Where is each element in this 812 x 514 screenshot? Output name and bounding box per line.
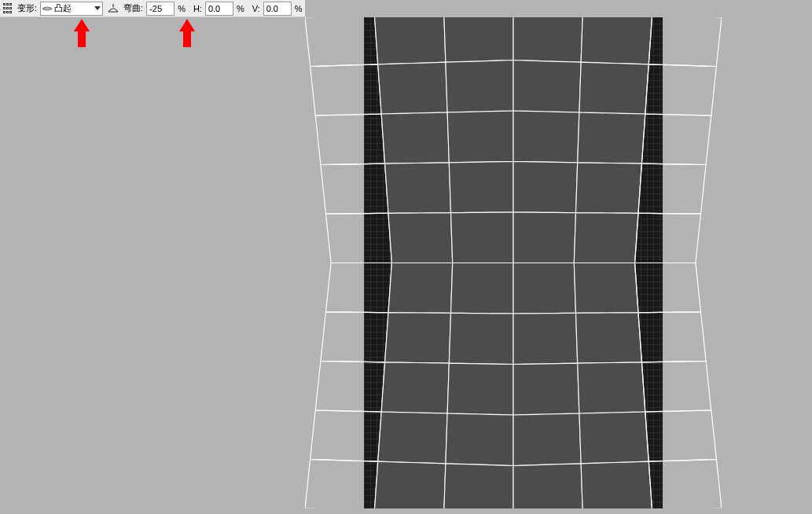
canvas-area[interactable]: .mesh{fill:none;stroke:#fff;stroke-width…	[305, 17, 722, 512]
v-percent-label: %	[295, 4, 303, 13]
bend-percent-label: %	[178, 4, 186, 13]
v-input[interactable]	[263, 2, 292, 16]
warp-mesh-grid[interactable]: .mesh{fill:none;stroke:#fff;stroke-width…	[305, 17, 722, 508]
h-input[interactable]	[205, 2, 233, 16]
annotation-arrow-2	[179, 19, 195, 50]
v-label: V:	[252, 4, 260, 13]
dropdown-selected-text: 凸起	[54, 2, 91, 14]
warp-options-toolbar: 变形: 凸起 弯曲: % H: % V: %	[0, 0, 305, 17]
annotation-arrow-1	[74, 19, 90, 50]
bend-input[interactable]	[146, 2, 175, 16]
chevron-down-icon	[94, 6, 101, 10]
transform-label: 变形:	[17, 2, 37, 14]
bulge-icon	[42, 4, 52, 13]
orientation-toggle-icon[interactable]	[106, 2, 120, 16]
h-label: H:	[193, 4, 202, 13]
transform-dropdown[interactable]: 凸起	[40, 2, 103, 16]
bend-label: 弯曲:	[123, 2, 143, 14]
switch-grid-icon[interactable]	[3, 3, 14, 14]
h-percent-label: %	[237, 4, 244, 13]
